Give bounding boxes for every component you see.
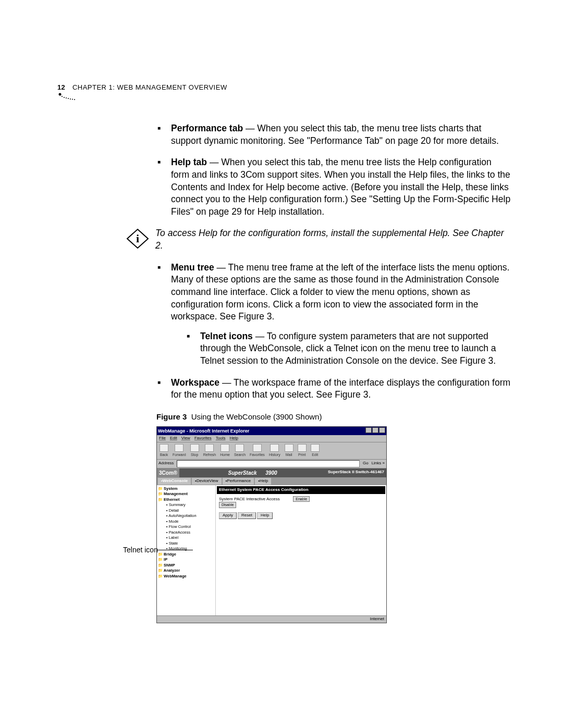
toolbar-print: Print: [296, 443, 308, 458]
reset-button: Reset: [238, 512, 256, 519]
term-workspace: Workspace: [171, 377, 219, 388]
device-id: SuperStack II Switch-461467: [326, 468, 386, 478]
apply-button: Apply: [219, 512, 237, 519]
nav-paceaccess: ▪ PaceAccess: [158, 530, 214, 536]
toolbar-forward: Forward: [171, 443, 188, 458]
toolbar-history: History: [267, 443, 282, 458]
info-note-text: To access Help for the configuration for…: [155, 227, 511, 252]
svg-point-6: [72, 99, 73, 100]
tab-deviceview: •DeviceView: [192, 478, 221, 485]
panel-title: Ethernet System PACE Access Configuratio…: [217, 486, 385, 494]
figure-text: Using the WebConsole (3900 Shown): [191, 412, 322, 421]
nav-monitoring: ▪ Monitoring: [158, 546, 214, 552]
text-menutree: — The menu tree frame at the left of the…: [171, 262, 509, 322]
go-button: Go: [363, 461, 369, 466]
text-help: — When you select this tab, the menu tre…: [171, 157, 510, 217]
svg-point-1: [62, 96, 63, 97]
ie-window: WebManage - Microsoft Internet Explorer …: [156, 426, 387, 623]
decorative-dots: [58, 93, 79, 102]
bullet-workspace: Workspace — The workspace frame of the i…: [156, 377, 511, 401]
chapter-title: CHAPTER 1: WEB MANAGEMENT OVERVIEW: [72, 83, 227, 91]
tab-webconsole: •WebConsole: [158, 478, 191, 485]
nav-ethernet: 📁 Ethernet: [158, 497, 214, 503]
brand-logo: 3Com®: [157, 468, 179, 478]
links-label: Links »: [372, 461, 385, 466]
svg-point-7: [74, 99, 75, 100]
callout-leader-line: [157, 550, 193, 550]
nav-bridge: 📁 Bridge: [158, 552, 214, 558]
callout-telnet-icon: Telnet icon: [123, 545, 158, 555]
ie-menubar: File Edit View Favorites Tools Help: [157, 435, 386, 442]
enable-button: Enable: [293, 496, 310, 502]
menu-help: Help: [229, 436, 238, 441]
toolbar-favorites: Favorites: [248, 443, 266, 458]
svg-point-5: [70, 98, 71, 100]
brand-name: SuperStack: [228, 470, 257, 476]
nav-autonegotiation: ▪ AutoNegotiation: [158, 513, 214, 519]
svg-text:i: i: [136, 232, 139, 245]
status-zone: Internet: [370, 616, 384, 622]
workspace-panel: Ethernet System PACE Access Configuratio…: [216, 485, 386, 615]
svg-point-0: [59, 93, 62, 96]
ie-status-bar: Internet: [157, 615, 386, 623]
tab-help: •Help: [255, 478, 271, 485]
nav-webmanage: 📁 WebManage: [158, 574, 214, 579]
address-field: [177, 460, 360, 467]
info-icon: i: [126, 228, 149, 249]
bullet-performance: Performance tab — When you select this t…: [156, 122, 511, 147]
nav-flow-control: ▪ Flow Control: [158, 524, 214, 530]
maximize-icon: [372, 427, 378, 433]
nav-detail: ▪ Detail: [158, 508, 214, 514]
pace-label: System PACE Interactive Access: [219, 497, 292, 502]
close-icon: [379, 427, 385, 433]
term-performance: Performance tab: [171, 123, 243, 133]
toolbar-edit: Edit: [309, 443, 321, 458]
address-label: Address: [158, 461, 174, 466]
ie-title-text: WebManage - Microsoft Internet Explorer: [158, 428, 249, 434]
help-button: Help: [257, 512, 273, 519]
running-head: 12 CHAPTER 1: WEB MANAGEMENT OVERVIEW: [57, 83, 511, 91]
tab-strip: •WebConsole •DeviceView •Performance •He…: [157, 477, 386, 485]
menu-tools: Tools: [216, 436, 226, 441]
page-number: 12: [57, 83, 65, 91]
nav-mode: ▪ Mode: [158, 519, 214, 525]
menu-view: View: [181, 436, 190, 441]
figure-label: Figure 3: [156, 412, 187, 421]
term-menutree: Menu tree: [171, 262, 214, 273]
ie-address-bar: Address Go Links »: [157, 460, 386, 468]
brand-bar: 3Com® SuperStack 3900 SuperStack II Swit…: [157, 468, 386, 478]
toolbar-mail: Mail: [283, 443, 295, 458]
menu-edit: Edit: [170, 436, 177, 441]
nav-management: 📁 Management: [158, 491, 214, 497]
svg-point-4: [68, 98, 69, 99]
toolbar-search: Search: [232, 443, 247, 458]
bullet-menutree: Menu tree — The menu tree frame at the l…: [156, 262, 511, 367]
nav-system: 📁 System: [158, 486, 214, 492]
nav-snmp: 📁 SNMP: [158, 563, 214, 569]
brand-model: 3900: [265, 470, 277, 476]
term-telnet: Telnet icons: [200, 331, 253, 341]
ie-toolbar: BackForwardStopRefreshHomeSearchFavorite…: [157, 442, 386, 459]
text-workspace: — The workspace frame of the interface d…: [171, 377, 510, 400]
toolbar-home: Home: [218, 443, 231, 458]
toolbar-stop: Stop: [189, 443, 201, 458]
figure-caption: Figure 3 Using the WebConsole (3900 Show…: [156, 412, 511, 422]
term-help: Help tab: [171, 157, 207, 167]
bullet-help: Help tab — When you select this tab, the…: [156, 156, 511, 218]
info-note-row: i To access Help for the configuration f…: [126, 227, 511, 252]
svg-point-3: [66, 97, 67, 98]
nav-label: ▪ Label: [158, 535, 214, 541]
menu-file: File: [159, 436, 166, 441]
svg-point-2: [64, 97, 65, 98]
menu-favorites: Favorites: [194, 436, 212, 441]
toolbar-back: Back: [158, 443, 170, 458]
nav-state: ▪ State: [158, 541, 214, 547]
disable-button: Disable: [219, 502, 236, 508]
nav-ip: 📁 IP: [158, 557, 214, 563]
window-buttons: [365, 427, 385, 435]
minimize-icon: [365, 427, 372, 433]
toolbar-refresh: Refresh: [202, 443, 218, 458]
tab-performance: •Performance: [223, 478, 254, 485]
bullet-telnet: Telnet icons — To configure system param…: [186, 330, 511, 367]
nav-analyzer: 📁 Analyzer: [158, 568, 214, 574]
